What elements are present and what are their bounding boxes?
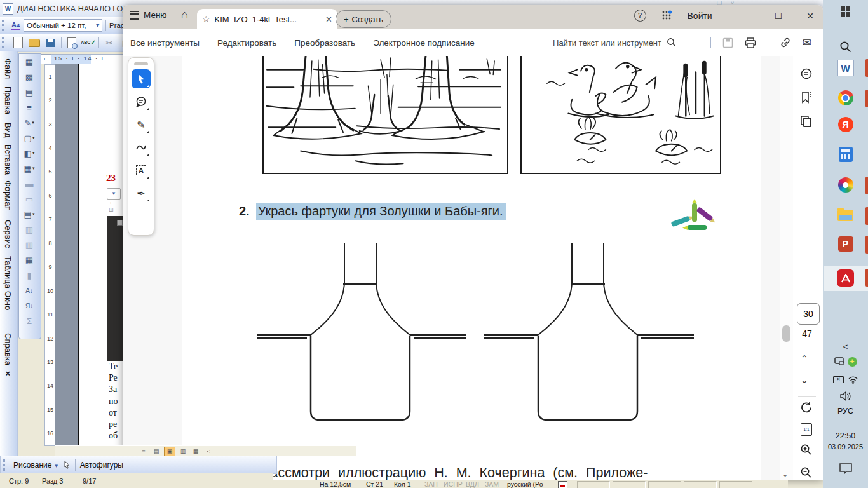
all-tools-button[interactable]: Все инструменты (130, 38, 200, 48)
notification-center-icon[interactable] (823, 463, 868, 475)
apps-grid-icon[interactable] (661, 10, 672, 21)
clock-time[interactable]: 22:50 (823, 431, 868, 440)
sort-desc-icon[interactable]: Я↓ (19, 298, 39, 313)
draw-table-icon[interactable]: ▦ (19, 54, 39, 69)
style-combobox[interactable]: Обычный + 12 пт, ▼ (24, 19, 102, 32)
menu-edit[interactable]: Правка (3, 86, 13, 114)
taskbar-search-button[interactable] (823, 41, 868, 53)
toolbar-grip[interactable] (2, 37, 6, 48)
convert-button[interactable]: Преобразовать (294, 38, 355, 48)
distribute-rows-icon[interactable]: ▥ (19, 222, 39, 237)
document-tab[interactable]: ☆ KIM_IZO_1-4kl_Test... ✕ (197, 9, 337, 29)
print-preview-icon[interactable] (65, 36, 78, 49)
acrobat-menu-button[interactable]: Меню (130, 10, 167, 20)
zoom-in-icon[interactable] (800, 444, 813, 459)
link-icon[interactable] (780, 37, 791, 48)
save-icon[interactable] (44, 36, 57, 49)
insert-table-icon[interactable]: ▦▾ (19, 161, 39, 176)
menu-format[interactable]: Формат (3, 180, 13, 210)
menu-tools[interactable]: Сервис (3, 220, 13, 248)
eraser-icon[interactable]: ▩ (19, 69, 39, 85)
open-icon[interactable] (28, 36, 41, 49)
find-tool-button[interactable]: Найти текст или инструмент (553, 29, 677, 56)
task2-highlighted-text[interactable]: Укрась фартуки для Золушки и Бабы-яги. (256, 203, 506, 220)
taskbar-photos-icon[interactable] (823, 177, 868, 193)
spelling-icon[interactable]: ABC✓ (82, 36, 95, 49)
word-dropdown-button[interactable]: ▼ (107, 188, 121, 200)
line-weight-icon[interactable]: ≡ (19, 100, 39, 115)
toolbar-grip[interactable] (2, 20, 6, 31)
print-icon[interactable] (745, 37, 756, 48)
scroll-left-button[interactable]: ＜ (203, 447, 214, 456)
taskbar-yandex-icon[interactable]: Я (823, 117, 868, 132)
autoshapes-menu-button[interactable]: Автофигуры (80, 461, 123, 470)
battery-icon[interactable]: ✕ (833, 376, 844, 383)
merge-cells-icon[interactable]: ▬ (19, 176, 39, 191)
antivirus-icon[interactable]: + (848, 357, 857, 367)
styles-icon[interactable]: A4 (11, 21, 20, 30)
word-embedded-image[interactable] (107, 216, 123, 361)
create-button[interactable]: + Создать (336, 10, 391, 28)
read-mode-icon[interactable] (800, 67, 813, 83)
select-objects-icon[interactable] (64, 461, 71, 469)
menu-help[interactable]: Справка (3, 333, 13, 365)
previous-page-chevron[interactable]: ⌃ (801, 353, 808, 363)
sign-in-button[interactable]: Войти (688, 11, 712, 21)
draw-tool[interactable] (132, 138, 151, 157)
chart-icon[interactable]: ▮ (19, 268, 39, 283)
menu-window[interactable]: Окно (3, 291, 13, 310)
comment-tool[interactable] (132, 92, 151, 111)
select-tool[interactable] (132, 69, 151, 88)
shading-color-icon[interactable]: ◧▾ (19, 146, 39, 161)
next-page-chevron[interactable]: ⌄ (801, 375, 808, 385)
page-number-input[interactable] (797, 303, 820, 325)
highlight-tool[interactable]: ✎ (132, 115, 151, 134)
start-button[interactable] (823, 6, 868, 17)
sort-asc-icon[interactable]: А↓ (19, 283, 39, 298)
new-document-icon[interactable] (11, 36, 24, 49)
align-cells-icon[interactable]: ▤▾ (19, 207, 39, 222)
taskbar-calculator-icon[interactable] (823, 147, 868, 162)
weblayout-view-icon[interactable]: ▤ (151, 447, 161, 456)
menu-table[interactable]: Таблица (3, 256, 13, 288)
chevron-down-icon[interactable]: ▼ (95, 22, 100, 29)
clock-date[interactable]: 03.09.2025 (823, 443, 868, 451)
star-icon[interactable]: ☆ (202, 14, 210, 24)
taskbar-acrobat-icon[interactable] (823, 269, 868, 287)
wifi-icon[interactable] (848, 376, 858, 384)
cast-icon[interactable] (834, 357, 844, 365)
email-icon[interactable]: ✉ (803, 36, 811, 50)
hidden-icons-chevron[interactable]: < (823, 342, 868, 351)
edit-text-tool[interactable]: A (132, 161, 151, 180)
cut-icon[interactable]: ✂ (103, 36, 116, 49)
actual-size-icon[interactable]: 1:1 (801, 423, 812, 436)
distribute-cols-icon[interactable]: ▥ (19, 237, 39, 252)
sign-tool[interactable]: ✒ (132, 184, 151, 203)
acrobat-scrollbar[interactable]: ⌄ (780, 56, 793, 480)
menu-insert[interactable]: Вставка (3, 144, 13, 175)
outside-border-icon[interactable]: ▢▾ (19, 130, 39, 146)
normal-view-icon[interactable]: ≡ (139, 447, 149, 456)
bookmarks-icon[interactable] (800, 91, 813, 107)
taskbar-explorer-icon[interactable] (823, 210, 868, 221)
page-thumbnails-icon[interactable] (800, 115, 813, 131)
menu-close-button[interactable]: × (3, 371, 13, 376)
taskbar-word-icon[interactable]: W (823, 60, 868, 76)
menu-file[interactable]: Файл (3, 58, 13, 79)
acrobat-document-area[interactable]: 2. Укрась фартуки для Золушки и Бабы-яги… (123, 56, 823, 480)
close-button[interactable]: ✕ (806, 11, 814, 21)
tab-close-icon[interactable]: ✕ (325, 15, 332, 24)
help-icon[interactable]: ? (634, 10, 646, 22)
volume-icon[interactable] (823, 391, 868, 401)
autosum-icon[interactable]: Σ (19, 313, 39, 329)
outline-view-icon[interactable]: ▥ (178, 447, 188, 456)
save-icon[interactable] (722, 37, 733, 48)
toolbar-grip[interactable] (3, 459, 8, 471)
minimize-button[interactable]: — (742, 11, 750, 21)
image-handle[interactable] (117, 220, 123, 226)
taskbar-powerpoint-icon[interactable]: P (823, 236, 868, 252)
menu-view[interactable]: Вид (3, 123, 13, 138)
drag-handle[interactable] (134, 62, 148, 65)
reading-view-icon[interactable]: ▦ (191, 447, 201, 456)
language-indicator[interactable]: РУС (823, 407, 868, 416)
